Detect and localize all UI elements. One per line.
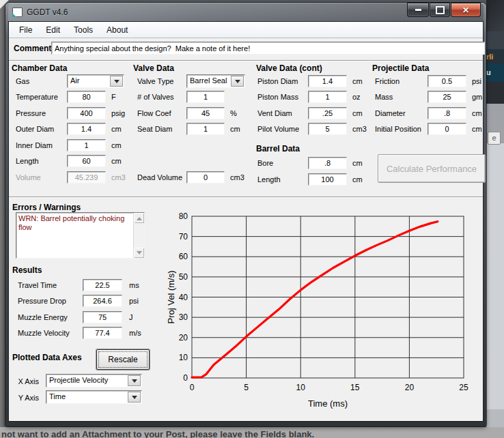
temperature-input[interactable]: 80 — [67, 91, 106, 103]
flow-coef-label: Flow Coef — [136, 109, 186, 117]
pressure-drop-row: Pressure Drop264.6psi — [14, 293, 141, 310]
dropdown-arrow-icon[interactable] — [231, 76, 244, 87]
valve-data-header: Valve Data — [133, 63, 174, 73]
calculate-performance-button[interactable]: Calculate Performance — [378, 154, 486, 183]
diameter-input[interactable]: .8 — [428, 107, 466, 119]
scroll-down-button[interactable] — [134, 248, 144, 258]
y-axis-select[interactable]: Time — [46, 390, 142, 404]
svg-text:70: 70 — [179, 232, 188, 242]
num-valves-input[interactable]: 1 — [186, 91, 225, 103]
seat-diam-input[interactable]: 1 — [186, 123, 225, 135]
dropdown-arrow-icon[interactable] — [110, 76, 123, 87]
scroll-up-icon — [137, 214, 142, 220]
scroll-down-icon — [137, 251, 142, 257]
rescale-button[interactable]: Rescale — [96, 349, 150, 370]
svg-text:10: 10 — [296, 383, 306, 392]
piston-mass-label: Piston Mass — [256, 93, 308, 101]
errors-scrollbar[interactable] — [133, 213, 144, 258]
dropdown-arrow-icon[interactable] — [128, 392, 141, 403]
valve-data-column: Valve TypeBarrel Seal# of Valves1Flow Co… — [136, 73, 245, 186]
svg-text:50: 50 — [179, 272, 188, 282]
initial-position-unit: cm — [472, 125, 482, 133]
mass-input[interactable]: 25 — [428, 91, 466, 103]
dead-volume-row: Dead Volume0cm3 — [136, 169, 245, 186]
gas-row: GasAir — [14, 73, 126, 89]
inner-diam-input[interactable]: 1 — [67, 139, 106, 151]
barrel-length-unit: cm — [352, 175, 363, 184]
length-input[interactable]: 60 — [67, 155, 106, 167]
background-text-fragment: rli — [486, 49, 504, 64]
travel-time-row: Travel Time22.5ms — [14, 277, 141, 293]
client-area: Comments Chamber Data Valve Data Valve D… — [9, 38, 483, 420]
performance-chart: 051015202501020304050607080Time (ms)Proj… — [166, 202, 484, 422]
svg-text:0: 0 — [190, 383, 195, 392]
length-unit: cm — [111, 157, 122, 165]
y-axis-selected-value: Time — [46, 391, 127, 403]
mass-label: Mass — [374, 93, 428, 101]
dropdown-arrow-icon[interactable] — [128, 375, 141, 386]
initial-position-input[interactable]: 0 — [428, 123, 466, 135]
x-axis-select[interactable]: Projectile Velocity — [46, 374, 142, 388]
num-valves-label: # of Valves — [136, 93, 186, 101]
muzzle-velocity-value: 77.4 — [83, 327, 122, 339]
muzzle-energy-label: Muzzle Energy — [14, 313, 83, 321]
separator — [9, 60, 483, 61]
inner-diam-label: Inner Diam — [14, 141, 67, 149]
y-axis-label: Y Axis — [14, 394, 39, 402]
errors-warnings-listbox[interactable]: WRN: Barrel potentially choking flow — [16, 212, 145, 259]
separator — [9, 196, 483, 198]
pressure-drop-label: Pressure Drop — [14, 297, 83, 305]
outer-diam-input[interactable]: 1.4 — [67, 123, 106, 135]
muzzle-velocity-label: Muzzle Velocity — [14, 329, 83, 337]
flow-coef-input[interactable]: 45 — [186, 107, 225, 119]
piston-mass-unit: oz — [352, 93, 361, 101]
bore-label: Bore — [256, 159, 308, 167]
pilot-volume-input[interactable]: 5 — [308, 123, 347, 135]
comments-input[interactable] — [51, 42, 485, 55]
piston-diam-input[interactable]: 1.4 — [308, 75, 347, 87]
maximize-button[interactable] — [430, 3, 450, 17]
dead-volume-input[interactable]: 0 — [186, 171, 225, 184]
projectile-data-column: Friction0.5psiMass25gmDiameter.8cmInitia… — [374, 73, 482, 137]
caption-buttons: ✕ — [407, 3, 481, 17]
menu-item-file[interactable]: File — [13, 24, 38, 36]
valve-type-select[interactable]: Barrel Seal — [186, 74, 245, 88]
menu-bar: FileEditToolsAbout — [9, 22, 483, 38]
svg-text:60: 60 — [179, 252, 188, 261]
svg-text:25: 25 — [459, 383, 468, 392]
muzzle-velocity-unit: m/s — [129, 329, 141, 337]
window-title: GGDT v4.6 — [27, 8, 68, 17]
gas-select[interactable]: Air — [67, 74, 124, 88]
bore-row: Bore.8cm — [256, 156, 367, 172]
pilot-volume-row: Pilot Volume5cm3 — [256, 121, 367, 138]
vent-diam-input[interactable]: .25 — [308, 107, 347, 119]
minimize-button[interactable] — [407, 3, 429, 17]
close-button[interactable]: ✕ — [451, 3, 481, 17]
scroll-up-button[interactable] — [134, 213, 144, 223]
initial-position-label: Initial Position — [374, 125, 428, 133]
app-window: GGDT v4.6 ✕ FileEditToolsAbout Comments … — [5, 3, 486, 426]
x-axis-selected-value: Projectile Velocity — [46, 375, 127, 387]
results-rows: Travel Time22.5msPressure Drop264.6psiMu… — [14, 277, 141, 341]
barrel-length-input[interactable]: 100 — [308, 173, 347, 186]
results-header: Results — [12, 265, 42, 275]
travel-time-value: 22.5 — [83, 279, 122, 291]
menu-item-edit[interactable]: Edit — [40, 24, 66, 36]
menu-item-tools[interactable]: Tools — [68, 24, 99, 36]
svg-text:30: 30 — [179, 312, 188, 322]
pressure-input[interactable]: 400 — [67, 107, 106, 119]
piston-mass-input[interactable]: 1 — [308, 91, 347, 103]
maximize-icon — [436, 6, 445, 14]
pressure-label: Pressure — [14, 109, 67, 117]
friction-input[interactable]: 0.5 — [428, 75, 466, 87]
num-valves-row: # of Valves1 — [136, 89, 245, 106]
minimize-icon — [415, 9, 421, 11]
menu-item-about[interactable]: About — [100, 24, 134, 36]
bore-input[interactable]: .8 — [308, 157, 347, 169]
temperature-unit: F — [111, 93, 116, 101]
volume-row: Volume45.239cm3 — [14, 169, 126, 186]
temperature-row: Temperature80F — [14, 89, 126, 106]
volume-label: Volume — [14, 173, 67, 181]
title-bar[interactable]: GGDT v4.6 ✕ — [8, 3, 484, 21]
warning-message[interactable]: WRN: Barrel potentially choking flow — [18, 214, 132, 232]
